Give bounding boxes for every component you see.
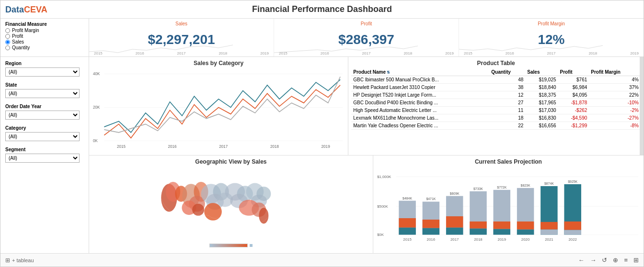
svg-rect-57 — [470, 221, 486, 228]
table-row[interactable]: Hewlett Packard LaserJet 3310 Copier 38 … — [351, 84, 641, 91]
svg-text:$0K: $0K — [377, 233, 384, 237]
cell-quantity: 27 — [489, 99, 525, 107]
svg-rect-77 — [564, 221, 581, 230]
logo: DataCEVA — [5, 4, 47, 14]
kpi-margin: Profit Margin 12% 20152016201720182019 — [459, 19, 644, 56]
filter-segment: Segment (All) — [5, 147, 84, 163]
cell-quantity: 18 — [489, 114, 525, 122]
share-icon[interactable]: ⊕ — [613, 256, 618, 264]
cell-profit: -$4,590 — [558, 114, 589, 122]
legend-low — [250, 244, 253, 247]
radio-quantity-input[interactable] — [5, 45, 10, 50]
filter-order-date-year-select[interactable]: (All) — [5, 111, 80, 120]
svg-rect-73 — [540, 229, 557, 234]
sales-by-category-panel: Sales by Category 40K 20K 0K 2 — [89, 57, 348, 155]
kpi-row: Financial Measure Profit Margin Profit S… — [0, 19, 644, 57]
svg-rect-48 — [422, 228, 439, 234]
cell-margin: 22% — [589, 91, 641, 99]
filter-category: Category (All) — [5, 125, 84, 141]
filter-region: Region (All) — [5, 61, 84, 77]
financial-measure-panel: Financial Measure Profit Margin Profit S… — [0, 19, 89, 56]
filter-segment-select[interactable]: (All) — [5, 154, 80, 163]
tableau-icon: ⊞ — [5, 257, 10, 264]
cell-margin: 37% — [589, 84, 641, 91]
cell-profit: -$1,299 — [558, 122, 589, 130]
charts-area: Sales by Category 40K 20K 0K 2 — [89, 57, 644, 253]
kpi-sales-years: 20152016201720182019 — [89, 51, 274, 56]
table-row[interactable]: High Speed Automatic Electric Letter ...… — [351, 107, 641, 114]
filter-order-date-year-label: Order Date Year — [5, 104, 84, 109]
geo-title: Geographic View by Sales — [195, 158, 266, 165]
svg-text:40K: 40K — [93, 71, 100, 76]
radio-profit-margin-input[interactable] — [5, 28, 10, 33]
table-row[interactable]: Martin Yale Chadless Opener Electric ...… — [351, 122, 641, 130]
svg-text:2016: 2016 — [426, 237, 435, 242]
cell-sales: $16,830 — [525, 114, 558, 122]
radio-sales[interactable]: Sales — [5, 39, 84, 44]
table-row[interactable]: GBC Ibimaster 500 Manual ProClick B... 4… — [351, 76, 641, 84]
svg-text:2020: 2020 — [521, 237, 530, 242]
kpi-panels: Sales $2,297,201 20152016201720182019 Pr… — [89, 19, 644, 56]
cell-sales: $17,030 — [525, 107, 558, 114]
cell-profit: $6,984 — [558, 84, 589, 91]
table-row[interactable]: HP Designjet T520 Inkjet Large Form... 1… — [351, 91, 641, 99]
filter-state-label: State — [5, 82, 84, 88]
svg-text:2019: 2019 — [322, 144, 330, 149]
grid-icon[interactable]: ⊞ — [633, 256, 639, 264]
radio-profit-label: Profit — [12, 33, 23, 39]
kpi-sales-label: Sales — [175, 21, 187, 26]
page-title: Financial Performance Dashboard — [252, 4, 392, 14]
kpi-margin-years: 20152016201720182019 — [459, 51, 644, 56]
svg-rect-58 — [470, 228, 486, 234]
tableau-logo: ⊞ + tableau — [5, 257, 34, 264]
col-sales[interactable]: Sales — [525, 68, 558, 76]
kpi-margin-label: Profit Margin — [538, 21, 565, 26]
svg-rect-68 — [517, 229, 534, 234]
filter-state-select[interactable]: (All) — [5, 89, 80, 98]
cell-product-name: GBC Ibimaster 500 Manual ProClick B... — [351, 76, 489, 84]
filter-category-select[interactable]: (All) — [5, 132, 80, 141]
col-profit-margin[interactable]: Profit Margin — [589, 68, 641, 76]
line-chart-svg: 40K 20K 0K 2015 2016 2017 2018 — [92, 68, 345, 152]
radio-profit-margin[interactable]: Profit Margin — [5, 28, 84, 33]
svg-text:$772K: $772K — [497, 185, 506, 189]
menu-icon[interactable]: ≡ — [624, 256, 628, 264]
svg-rect-72 — [540, 222, 557, 229]
cell-sales: $17,965 — [525, 99, 558, 107]
table-scrollbar[interactable] — [640, 57, 644, 155]
table-row[interactable]: GBC DocuBind P400 Electric Binding ... 2… — [351, 99, 641, 107]
filter-order-date-year: Order Date Year (All) — [5, 104, 84, 120]
nav-back-icon[interactable]: ← — [578, 256, 584, 264]
bar-chart-title: Current Sales Projection — [376, 158, 641, 165]
bottom-icons: ← → ↺ ⊕ ≡ ⊞ — [578, 256, 639, 264]
cell-quantity: 12 — [489, 91, 525, 99]
table-row[interactable]: Lexmark MX611dhe Monochrome Las... 18 $1… — [351, 114, 641, 122]
bar-chart-panel: Current Sales Projection $1,000K $500K $… — [373, 156, 644, 254]
radio-sales-label: Sales — [12, 39, 24, 44]
cell-product-name: Martin Yale Chadless Opener Electric ... — [351, 122, 489, 130]
charts-bottom: Geographic View by Sales — [89, 156, 644, 254]
cell-quantity: 11 — [489, 107, 525, 114]
product-table: Product Name Quantity Sales Profit Profi… — [351, 68, 641, 130]
svg-text:$823K: $823K — [520, 183, 530, 187]
nav-forward-icon[interactable]: → — [590, 256, 596, 264]
refresh-icon[interactable]: ↺ — [602, 256, 607, 264]
radio-profit[interactable]: Profit — [5, 33, 84, 39]
col-profit[interactable]: Profit — [558, 68, 589, 76]
map-legend — [209, 244, 253, 247]
svg-text:$733K: $733K — [473, 187, 483, 190]
filter-region-select[interactable]: (All) — [5, 67, 80, 77]
line-chart: 40K 20K 0K 2015 2016 2017 2018 — [92, 68, 345, 152]
bar-chart-svg: $1,000K $500K $0K 2015 $484K — [376, 167, 641, 251]
col-product-name[interactable]: Product Name — [351, 68, 489, 76]
col-quantity[interactable]: Quantity — [489, 68, 525, 76]
svg-text:$925K: $925K — [568, 180, 577, 183]
cell-product-name: Hewlett Packard LaserJet 3310 Copier — [351, 84, 489, 91]
cell-sales: $18,840 — [525, 84, 558, 91]
main-content: Region (All) State (All) Order Date Year… — [0, 57, 644, 253]
radio-profit-input[interactable] — [5, 34, 10, 39]
filter-region-label: Region — [5, 61, 84, 66]
radio-sales-input[interactable] — [5, 40, 10, 44]
radio-quantity[interactable]: Quantity — [5, 45, 84, 50]
svg-text:2018: 2018 — [270, 144, 279, 149]
